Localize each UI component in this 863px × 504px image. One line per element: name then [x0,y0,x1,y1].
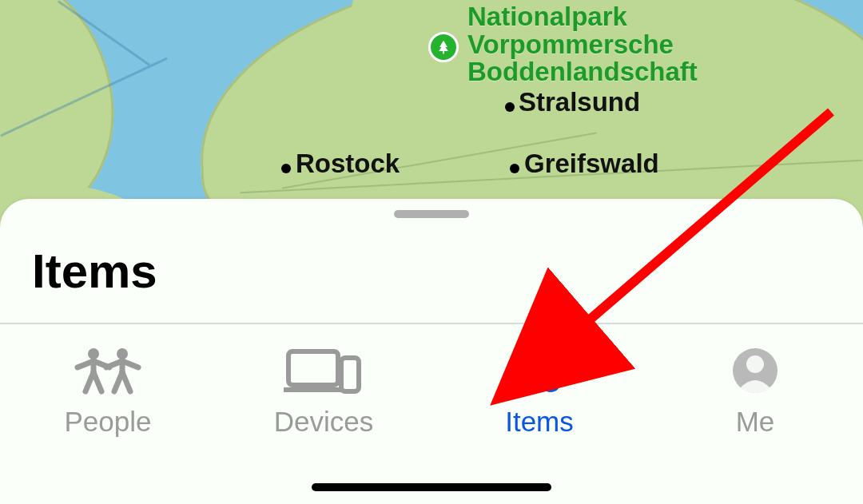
tab-me[interactable]: Me [647,347,863,438]
devices-icon [284,347,364,395]
tree-icon [428,32,459,62]
tab-devices[interactable]: Devices [216,347,432,438]
svg-point-6 [518,349,539,370]
city-dot-stralsund [505,102,515,112]
tab-items[interactable]: Items [432,347,647,438]
sheet-title: Items [0,218,863,323]
svg-point-7 [540,349,561,370]
svg-rect-5 [341,358,359,391]
park-label-line: Boddenlandschaft [467,57,698,86]
city-label-greifswald: Greifswald [524,149,659,179]
tab-label: People [65,406,152,438]
city-dot-greifswald [510,164,519,173]
home-indicator[interactable] [312,483,551,491]
city-dot-rostock [281,164,291,173]
city-label-stralsund: Stralsund [519,87,640,117]
park-label-line: Nationalpark [467,2,627,31]
person-icon [731,347,779,395]
svg-point-11 [746,355,764,373]
svg-point-8 [518,371,539,392]
park-label-line: Vorpommersche [467,30,674,59]
tab-label: Me [736,406,775,438]
tab-label: Devices [274,406,373,438]
svg-rect-3 [288,351,338,385]
items-icon [515,347,563,395]
tab-bar: People Devices [0,324,863,476]
tab-people[interactable]: People [0,347,216,438]
svg-point-9 [540,371,561,392]
park-label: Nationalpark Vorpommersche Boddenlandsch… [467,3,698,86]
city-label-rostock: Rostock [296,149,400,179]
bottom-sheet[interactable]: Items [0,199,863,504]
tab-label: Items [505,406,574,438]
people-icon [68,347,148,395]
svg-rect-0 [443,51,444,54]
sheet-grab-handle[interactable] [394,210,469,218]
